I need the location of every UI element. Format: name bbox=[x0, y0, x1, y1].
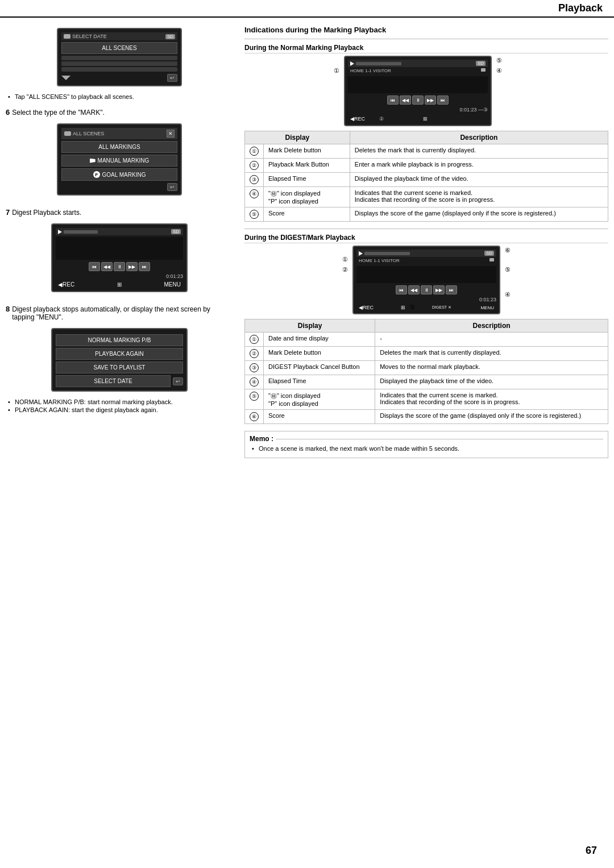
bullet-playback-again: PLAYBACK AGAIN: start the digest playbac… bbox=[8, 406, 233, 413]
sd-badge-r1: SD bbox=[476, 61, 486, 66]
row-num: ④ bbox=[245, 375, 264, 389]
row-description: Displayed the playback time of the video… bbox=[375, 375, 608, 389]
callout-5: ⑤ bbox=[496, 57, 502, 64]
row-display: DIGEST Playback Cancel Button bbox=[264, 361, 375, 375]
row-description: Enter a mark while playback is in progre… bbox=[350, 159, 608, 173]
play-indicator bbox=[58, 230, 62, 234]
row-description: Indicates that the current scene is mark… bbox=[350, 187, 608, 207]
row-num: ① bbox=[245, 144, 264, 159]
x-button[interactable]: ✕ bbox=[167, 130, 175, 138]
all-markings-item[interactable]: ALL MARKINGS bbox=[61, 141, 177, 153]
grid-r1[interactable]: ⊞ bbox=[423, 116, 428, 122]
select-date-item[interactable]: SELECT DATE bbox=[56, 375, 171, 387]
row-num: ⑤ bbox=[245, 207, 264, 222]
main-section-title: Indications during the Marking Playback bbox=[244, 26, 608, 34]
pause-btn[interactable]: ⏸ bbox=[114, 262, 125, 271]
row-description: Deletes the mark that is currently displ… bbox=[350, 144, 608, 159]
skip-fwd-d[interactable]: ⏭ bbox=[446, 285, 457, 294]
rec-r1[interactable]: ◀REC bbox=[348, 116, 367, 122]
back-button-4[interactable]: ↩ bbox=[173, 377, 183, 385]
page-header: Playback bbox=[0, 0, 614, 18]
bar-pattern-3 bbox=[61, 67, 177, 72]
skip-back-r1[interactable]: ⏮ bbox=[387, 95, 399, 105]
grid-d[interactable]: ⊞ bbox=[401, 305, 405, 310]
elapsed-time-3: 0:01:23 bbox=[56, 273, 183, 279]
step-6-number: 6 bbox=[6, 108, 10, 117]
table-row: ④ "㊙" icon displayed "P" icon displayed … bbox=[245, 187, 608, 207]
row-num: ⑤ bbox=[245, 389, 264, 410]
table-row: ⑥ Score Displays the score of the game (… bbox=[245, 410, 608, 424]
table-row: ① Mark Delete button Deletes the mark th… bbox=[245, 144, 608, 159]
goal-marking-item[interactable]: P GOAL MARKING bbox=[61, 168, 177, 181]
skip-fwd-btn[interactable]: ⏭ bbox=[139, 262, 150, 271]
people-icon bbox=[64, 34, 70, 39]
flag-icon bbox=[90, 159, 96, 163]
screen-top-bar-3: SD bbox=[56, 228, 183, 235]
bar-pattern-top bbox=[64, 230, 98, 234]
select-date-label: SELECT DATE bbox=[72, 34, 107, 39]
ffwd-d[interactable]: ▶▶ bbox=[433, 285, 445, 294]
back-button-1[interactable]: ↩ bbox=[167, 74, 177, 82]
skip-fwd-r1[interactable]: ⏭ bbox=[437, 95, 449, 105]
normal-marking-pb-item[interactable]: NORMAL MARKING P/B bbox=[56, 334, 183, 346]
elapsed-d: 0:01:23 bbox=[356, 297, 496, 302]
rec-d[interactable]: ◀REC bbox=[356, 305, 376, 310]
digest-d[interactable]: DIGEST ✕ bbox=[430, 305, 454, 310]
playback-again-item[interactable]: PLAYBACK AGAIN bbox=[56, 348, 183, 360]
skip-back-d[interactable]: ⏮ bbox=[396, 285, 407, 294]
table-digest-marking: Display Description ① Date and time disp… bbox=[244, 319, 608, 424]
all-scenes-menu-item[interactable]: ALL SCENES bbox=[61, 42, 177, 54]
row-display: Date and time display bbox=[264, 333, 375, 347]
th-display-1: Display bbox=[245, 131, 350, 144]
step-8-number: 8 bbox=[6, 305, 10, 313]
row-description: - bbox=[375, 333, 608, 347]
skip-back-btn[interactable]: ⏮ bbox=[89, 262, 100, 271]
separator-2 bbox=[244, 229, 608, 229]
memo-text: Once a scene is marked, the next mark wo… bbox=[252, 445, 603, 452]
rewind-btn[interactable]: ◀◀ bbox=[101, 262, 113, 271]
rewind-d[interactable]: ◀◀ bbox=[408, 285, 420, 294]
sd-badge-d: SD bbox=[484, 251, 494, 256]
ffwd-btn[interactable]: ▶▶ bbox=[126, 262, 138, 271]
callout-d1: ① bbox=[342, 256, 348, 263]
table-row: ① Date and time display - bbox=[245, 333, 608, 347]
manual-marking-item[interactable]: MANUAL MARKING bbox=[61, 155, 177, 167]
flag-small bbox=[481, 68, 486, 72]
table-row: ⑤ "㊙" icon displayed "P" icon displayed … bbox=[245, 389, 608, 410]
play-icon-small bbox=[350, 61, 354, 66]
pause-r1[interactable]: ⏸ bbox=[412, 95, 424, 105]
menu-btn[interactable]: MENU bbox=[162, 281, 183, 288]
table-normal-marking: Display Description ① Mark Delete button… bbox=[244, 131, 608, 222]
flag-d bbox=[489, 258, 494, 261]
back-button-2[interactable]: ↩ bbox=[167, 183, 177, 191]
callout-d2: ② bbox=[342, 266, 348, 273]
sd-badge-1: SD bbox=[165, 34, 175, 39]
row-display: Playback Mark Button bbox=[264, 159, 350, 173]
people-icon-2 bbox=[64, 131, 71, 136]
row-num: ③ bbox=[245, 361, 264, 375]
row-num: ⑥ bbox=[245, 410, 264, 424]
score-row-d: HOME 1-1 VISITOR bbox=[356, 257, 496, 264]
rec-btn[interactable]: ◀REC bbox=[56, 281, 77, 288]
th-description-2: Description bbox=[375, 319, 608, 333]
pause-d[interactable]: ⏸ bbox=[421, 285, 432, 294]
all-scenes-label: ALL SCENES bbox=[73, 131, 104, 136]
row-display: Mark Delete button bbox=[264, 347, 375, 361]
table-row: ② Playback Mark Button Enter a mark whil… bbox=[245, 159, 608, 173]
screen-all-scenes: ALL SCENES ✕ ALL MARKINGS MANUAL MARKING… bbox=[57, 123, 182, 196]
save-to-playlist-item[interactable]: SAVE TO PLAYLIST bbox=[56, 362, 183, 373]
home-score-label: HOME 1-1 VISITOR bbox=[350, 68, 391, 73]
table-row: ③ Elapsed Time Displayed the playback ti… bbox=[245, 173, 608, 187]
row-display: Mark Delete button bbox=[264, 144, 350, 159]
menu-d[interactable]: MENU bbox=[478, 305, 496, 310]
step-7-text: Digest Playback starts. bbox=[12, 209, 81, 217]
row-display: "㊙" icon displayed "P" icon displayed bbox=[264, 389, 375, 410]
ffwd-r1[interactable]: ▶▶ bbox=[425, 95, 436, 105]
page-title: Playback bbox=[558, 2, 603, 14]
screen-playback: SD ⏮ ◀◀ ⏸ ▶▶ ⏭ 0:01:23 ◀REC ⊞ MENU bbox=[51, 223, 188, 292]
main-layout: SELECT DATE SD ALL SCENES ↩ Tap "ALL SCE… bbox=[0, 23, 614, 458]
grid-btn[interactable]: ⊞ bbox=[117, 281, 122, 288]
screen-digest-marking: SD HOME 1-1 VISITOR ⏮ ◀◀ ⏸ ▶▶ ⏭ bbox=[352, 246, 500, 314]
page-number: 67 bbox=[586, 845, 597, 857]
rewind-r1[interactable]: ◀◀ bbox=[400, 95, 411, 105]
